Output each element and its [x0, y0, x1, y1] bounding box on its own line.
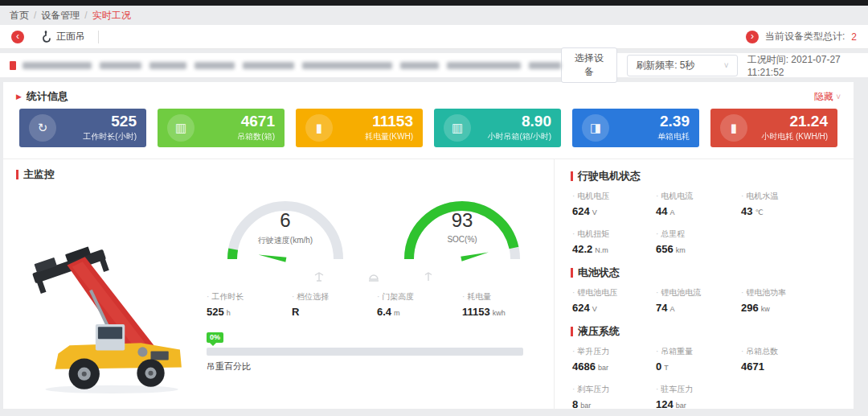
stat-card-energy-per-container: ◨ 2.39单箱电耗 — [572, 109, 699, 147]
metric-battery-current: 锂电池电流74A — [656, 287, 741, 315]
battery-section: 电池状态 锂电池电压624V 锂电池电流74A 锂电池功率296kw — [571, 266, 839, 315]
stat-value: 4671 — [237, 113, 275, 129]
stat-label: 小时吊箱(箱/小时) — [488, 131, 551, 142]
battery-icon: ▮ — [305, 114, 333, 142]
stat-label: 单箱电耗 — [657, 131, 690, 142]
monitor-title: 主监控 — [23, 167, 55, 182]
soc-gauge: 93 SOC(%) — [395, 185, 530, 266]
breadcrumb-device-management[interactable]: 设备管理 — [41, 9, 80, 23]
stat-label: 小时电耗 (KWH/H) — [761, 131, 828, 142]
plug-icon — [422, 270, 435, 283]
status-icons — [200, 270, 547, 283]
section-title: 电池状态 — [578, 266, 620, 280]
gauges: 6 行驶速度(km/h) 93 SOC(%) — [200, 185, 547, 266]
progress-badge: 0% — [207, 332, 223, 343]
drive-motor-section: 行驶电机状态 电机电压624V 电机电流44A 电机水温43℃ 电机扭矩42.2… — [571, 169, 839, 256]
metric-container-total: 吊箱总数4671 — [741, 346, 839, 373]
speed-value: 6 — [218, 209, 353, 232]
metric-mast-height: 门架高度 6.4m — [377, 291, 462, 319]
stat-value: 11153 — [365, 113, 413, 129]
metric-gear: 档位选择 R — [292, 291, 377, 319]
breadcrumb-realtime[interactable]: 实时工况 — [92, 9, 131, 23]
breadcrumb-separator: / — [34, 10, 36, 21]
hydraulic-section: 液压系统 举升压力4686bar 吊箱重量0T 吊箱总数4671 刹车压力8ba… — [571, 324, 839, 411]
metric-container-weight: 吊箱重量0T — [656, 346, 741, 373]
arrow-right-icon: › — [751, 31, 754, 42]
chevron-down-icon: ˅ — [724, 61, 729, 70]
badge-pointer — [210, 343, 216, 346]
stat-card-energy-per-hour: ▮ 21.24小时电耗 (KWH/H) — [710, 109, 837, 147]
section-marker — [571, 327, 573, 336]
tab-label: 正面吊 — [56, 30, 85, 43]
refresh-rate-select[interactable]: 刷新频率: 5秒 ˅ — [627, 55, 738, 76]
device-bar-controls: 选择设备 刷新频率: 5秒 ˅ 工况时间: 2021-07-27 11:21:5… — [561, 47, 858, 83]
redacted-text — [23, 62, 561, 69]
status-sections: 行驶电机状态 电机电压624V 电机电流44A 电机水温43℃ 电机扭矩42.2… — [555, 159, 854, 410]
breadcrumb-separator: / — [84, 10, 87, 21]
section-title: 液压系统 — [578, 324, 620, 339]
condition-time: 工况时间: 2021-07-27 11:21:52 — [747, 53, 858, 78]
meter-icon: ◨ — [582, 114, 609, 142]
metric-battery-power: 锂电池功率296kw — [741, 287, 839, 315]
arrow-left-icon: ‹ — [16, 31, 19, 42]
load-percentage-progress: 0% 吊重百分比 — [200, 328, 523, 373]
hook-icon — [40, 31, 51, 43]
stat-value: 8.90 — [488, 113, 551, 129]
progress-track — [207, 348, 523, 356]
monitor-metrics: 工作时长 525h 档位选择 R 门架高度 6.4m 耗电量 — [200, 291, 547, 319]
stat-card-containers: ▥ 4671吊箱数(箱) — [158, 109, 285, 147]
hide-toggle[interactable]: 隐藏 ˅ — [814, 90, 841, 104]
caret-right-icon: ▶ — [16, 93, 22, 101]
stat-value: 21.24 — [761, 113, 828, 129]
breadcrumb-home[interactable]: 首页 — [10, 9, 29, 23]
container-clock-icon: ▥ — [444, 114, 471, 142]
metric-lift-pressure: 举升压力4686bar — [572, 346, 656, 373]
stat-card-energy: ▮ 11153耗电量(KWH) — [296, 109, 423, 147]
metric-battery-voltage: 锂电池电压624V — [572, 287, 656, 315]
container-icon: ▥ — [167, 114, 194, 142]
monitor-header: 主监控 — [3, 159, 554, 182]
metric-total-mileage: 总里程656km — [656, 229, 741, 256]
device-type-tabbar: ‹ 正面吊 › 当前设备类型总计:2 — [0, 25, 868, 49]
device-badge-icon — [10, 61, 16, 70]
tab-divider — [98, 31, 99, 43]
stat-card-work-hours: ↻ 525工作时长(小时) — [19, 109, 146, 147]
metric-motor-current: 电机电流44A — [656, 191, 741, 218]
device-total-label: 当前设备类型总计: — [765, 30, 845, 43]
metric-work-hours: 工作时长 525h — [207, 291, 292, 319]
stat-label: 耗电量(KWH) — [365, 131, 413, 142]
battery-clock-icon: ▮ — [720, 114, 747, 142]
section-title: 行驶电机状态 — [578, 169, 641, 183]
progress-label: 吊重百分比 — [207, 360, 523, 373]
reach-stacker-image — [21, 230, 191, 401]
scroll-left-button[interactable]: ‹ — [11, 31, 24, 43]
stat-card-containers-per-hour: ▥ 8.90小时吊箱(箱/小时) — [434, 109, 561, 147]
stat-value: 525 — [83, 113, 137, 129]
device-identity-redacted — [10, 61, 561, 70]
tab-reach-stacker[interactable]: 正面吊 — [40, 30, 85, 43]
breadcrumb: 首页 / 设备管理 / 实时工况 — [0, 6, 868, 25]
device-info-bar: 选择设备 刷新频率: 5秒 ˅ 工况时间: 2021-07-27 11:21:5… — [0, 53, 868, 77]
browser-top-strip — [0, 0, 868, 6]
chevron-icon: ˅ — [836, 93, 841, 101]
soc-value: 93 — [395, 209, 530, 232]
device-total: › 当前设备类型总计:2 — [746, 30, 857, 43]
stat-cards: ↻ 525工作时长(小时) ▥ 4671吊箱数(箱) ▮ 11153耗电量(KW… — [3, 109, 854, 147]
stat-label: 吊箱数(箱) — [237, 131, 275, 142]
stats-header: ▶ 统计信息 隐藏 ˅ — [3, 82, 854, 109]
clock-sync-icon: ↻ — [29, 114, 56, 142]
main-monitor-panel: 主监控 — [3, 159, 555, 410]
select-device-button[interactable]: 选择设备 — [561, 47, 617, 83]
soc-label: SOC(%) — [395, 235, 530, 244]
metric-motor-torque: 电机扭矩42.2N.m — [572, 229, 656, 256]
speed-label: 行驶速度(km/h) — [218, 235, 353, 246]
stats-title: 统计信息 — [27, 89, 68, 104]
refresh-rate-value: 刷新频率: 5秒 — [636, 59, 694, 72]
metric-parking-pressure: 驻车压力124bar — [656, 384, 741, 411]
speed-gauge: 6 行驶速度(km/h) — [218, 185, 353, 266]
scroll-right-button[interactable]: › — [746, 31, 759, 43]
device-total-value: 2 — [851, 31, 857, 43]
metric-motor-voltage: 电机电压624V — [572, 191, 656, 218]
main-panel: ▶ 统计信息 隐藏 ˅ ↻ 525工作时长(小时) ▥ 4671吊箱数(箱) ▮… — [3, 82, 854, 409]
realtime-condition-page: 首页 / 设备管理 / 实时工况 ‹ 正面吊 › 当前设备类型总计:2 — [0, 0, 868, 416]
